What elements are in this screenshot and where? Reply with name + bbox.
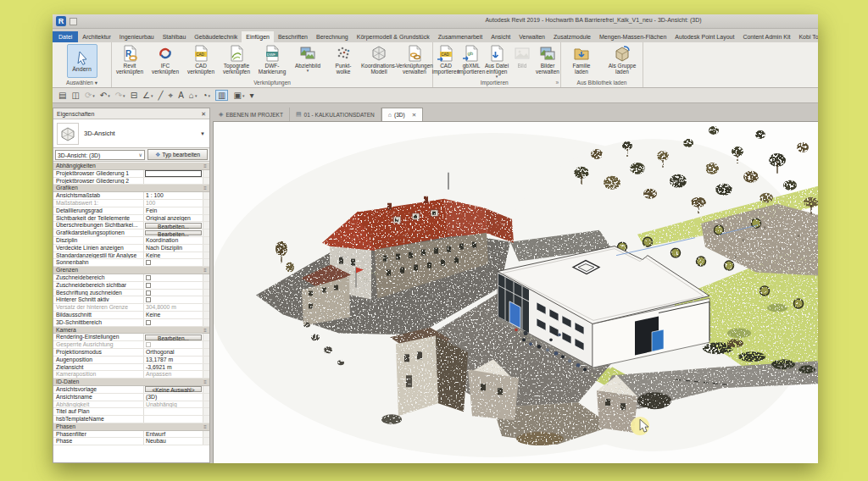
checkbox[interactable]: [146, 283, 151, 288]
ribbon-tab-einfügen[interactable]: Einfügen: [242, 31, 274, 42]
section-collapse-icon[interactable]: ≡: [201, 327, 209, 334]
ribbon-tab-content-admin-kit[interactable]: Content Admin Kit: [738, 31, 794, 42]
section-collapse-icon[interactable]: ≡: [201, 379, 209, 385]
property-value[interactable]: 1 : 100: [143, 192, 203, 199]
modify-button[interactable]: Ändern: [67, 44, 97, 78]
property-value[interactable]: [143, 259, 203, 266]
ribbon-tab-stahlbau[interactable]: Stahlbau: [159, 31, 191, 42]
text-icon[interactable]: A: [178, 91, 184, 100]
property-value[interactable]: [143, 178, 203, 185]
open-icon[interactable]: ▤: [58, 91, 66, 100]
checkbox[interactable]: [146, 290, 151, 296]
ribbon-tab-datei[interactable]: Datei: [53, 31, 78, 42]
ribbon-tab-ansicht[interactable]: Ansicht: [487, 31, 515, 42]
property-value[interactable]: <Keine Auswahl>: [143, 386, 203, 393]
property-value[interactable]: -3,6921 m: [143, 364, 203, 371]
aligned-dimension-icon[interactable]: ╱: [159, 91, 164, 100]
property-section-header[interactable]: Grenzen≡: [53, 267, 209, 274]
property-value[interactable]: 13,1787 m: [143, 357, 203, 363]
ribbon-tab-berechnung[interactable]: Berechnung: [312, 31, 353, 42]
property-value[interactable]: Keine: [143, 312, 203, 318]
checkbox[interactable]: [146, 260, 151, 265]
close-icon[interactable]: ✕: [412, 112, 416, 119]
tab-kalkulationsdaten[interactable]: ▤01 - KALKULATIONSDATEN: [290, 108, 381, 121]
checkbox[interactable]: [146, 275, 151, 280]
dropdown-arrow-icon[interactable]: ▾: [123, 93, 125, 98]
property-value[interactable]: [143, 282, 203, 289]
thin-lines-icon[interactable]: ▥: [215, 90, 228, 101]
property-value[interactable]: Bearbeiten...: [143, 229, 203, 236]
focused-text-input[interactable]: [145, 170, 202, 177]
property-value[interactable]: Bearbeiten...: [143, 222, 203, 229]
property-value[interactable]: 100: [143, 200, 203, 207]
titlebar-secondary-icon[interactable]: [70, 18, 77, 25]
edit-button[interactable]: Bearbeiten...: [145, 223, 202, 229]
dropdown-arrow-icon[interactable]: ▾: [195, 93, 198, 98]
property-value[interactable]: [143, 319, 203, 326]
redo-icon[interactable]: ↷▾: [115, 91, 125, 100]
property-value[interactable]: [143, 274, 203, 281]
topografie-verknuepfen-button[interactable]: Topografieverknüpfen: [219, 43, 254, 79]
ribbon-tab-ingenieurbau[interactable]: Ingenieurbau: [115, 31, 159, 42]
ribbon-tab-verwalten[interactable]: Verwalten: [515, 31, 549, 42]
als-gruppe-laden-button[interactable]: Als Gruppeladen: [602, 43, 643, 79]
property-value[interactable]: Entwurf: [143, 431, 203, 438]
measure-icon[interactable]: ∠▾: [142, 91, 153, 100]
cad-verknuepfen-button[interactable]: CADCADverknüpfen: [183, 43, 219, 79]
dropdown-arrow-icon[interactable]: ▾: [307, 69, 309, 72]
section-collapse-icon[interactable]: ≡: [201, 185, 209, 191]
property-value[interactable]: Anpassen: [143, 371, 203, 378]
panel-label-auswaehlen[interactable]: Auswählen ▾: [53, 79, 111, 87]
revit-logo-icon[interactable]: R: [56, 16, 66, 26]
property-value[interactable]: (3D): [143, 394, 203, 401]
aus-datei-einfuegen-button[interactable]: Aus Dateieinfügen▾: [484, 43, 509, 79]
section-collapse-icon[interactable]: ≡: [201, 423, 209, 430]
dwf-markierung-button[interactable]: DWFDWF-Markierung: [254, 43, 290, 79]
ifc-verknuepfen-button[interactable]: IFCverknüpfen: [147, 43, 183, 79]
familie-laden-button[interactable]: Familieladen: [561, 43, 602, 79]
property-value[interactable]: [143, 170, 203, 177]
type-selector[interactable]: 3D-Ansicht ▼: [53, 119, 209, 148]
property-value[interactable]: Orthogonal: [143, 349, 203, 356]
ribbon-tab-autodesk-point-layout[interactable]: Autodesk Point Layout: [670, 31, 738, 42]
switch-windows-icon[interactable]: ▣▾: [233, 91, 244, 100]
tag-by-category-icon[interactable]: ⌖: [169, 91, 174, 101]
koordinations-modell-button[interactable]: Koordinations-Modell: [361, 43, 397, 79]
property-section-header[interactable]: Abhängigkeiten≡: [53, 163, 209, 170]
tab-3d[interactable]: ⌂(3D)✕: [381, 108, 423, 121]
property-section-header[interactable]: ID-Daten≡: [53, 379, 209, 386]
dropdown-arrow-icon[interactable]: ▾: [151, 93, 153, 98]
property-value[interactable]: [143, 416, 203, 423]
ribbon-tab-zusatzmodule[interactable]: Zusatzmodule: [549, 31, 595, 42]
ribbon-tab-architektur[interactable]: Architektur: [78, 31, 114, 42]
section-icon[interactable]: ◔▾: [202, 91, 210, 100]
close-icon[interactable]: ✕: [201, 108, 206, 119]
edit-type-button[interactable]: ❖ Typ bearbeiten: [147, 149, 208, 160]
property-section-header[interactable]: Grafiken≡: [53, 185, 209, 192]
property-section-header[interactable]: Phasen≡: [53, 423, 209, 431]
ribbon-tab-körpermodell-grundstück[interactable]: Körpermodell & Grundstück: [353, 31, 434, 42]
cad-importieren-button[interactable]: CADCADimportieren: [433, 43, 459, 79]
property-value[interactable]: [143, 290, 203, 296]
gbxml-importieren-button[interactable]: gbgbXMLimportieren: [459, 43, 484, 79]
property-value[interactable]: [143, 408, 203, 415]
section-collapse-icon[interactable]: ≡: [201, 163, 209, 169]
customize-qat-icon[interactable]: ▾: [249, 91, 253, 100]
instance-selector[interactable]: 3D-Ansicht: (3D) ∨: [55, 150, 145, 160]
property-value[interactable]: Keine: [143, 252, 203, 259]
verknuepfungen-verwalten-button[interactable]: Verknüpfungenverwalten: [397, 43, 432, 79]
dialog-launcher-icon[interactable]: »: [555, 79, 559, 87]
edit-button[interactable]: Bearbeiten...: [145, 230, 202, 236]
default-3d-view-icon[interactable]: ⌂▾: [189, 91, 198, 100]
dropdown-arrow-icon[interactable]: ▾: [108, 93, 110, 98]
property-value[interactable]: [143, 296, 203, 303]
section-collapse-icon[interactable]: ≡: [201, 267, 209, 274]
dropdown-arrow-icon[interactable]: ▾: [242, 93, 245, 98]
dropdown-arrow-icon[interactable]: ▾: [208, 93, 210, 98]
save-icon[interactable]: ◫: [71, 91, 79, 100]
checkbox[interactable]: [146, 297, 151, 302]
property-value[interactable]: 304,8000 m: [143, 304, 203, 311]
abziehbild-button[interactable]: Abziehbild▾: [290, 43, 326, 79]
property-value[interactable]: Neubau: [143, 438, 203, 445]
edit-button[interactable]: Bearbeiten...: [145, 334, 202, 340]
